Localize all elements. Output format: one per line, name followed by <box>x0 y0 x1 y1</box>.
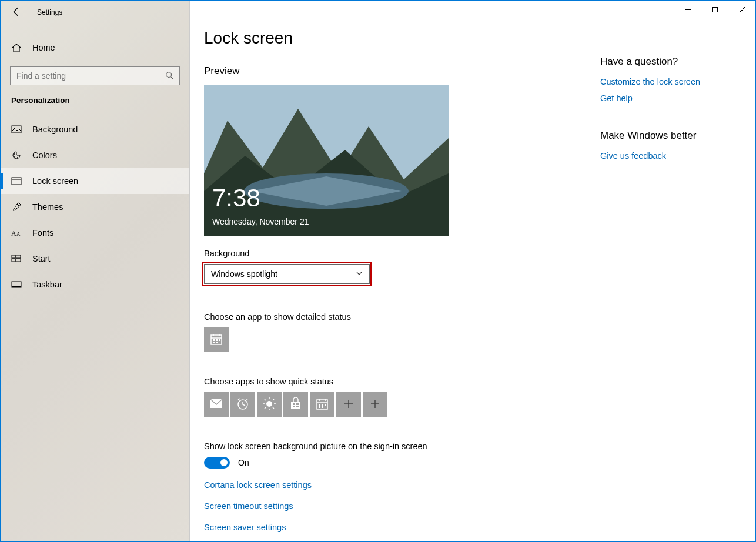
svg-text:A: A <box>11 229 16 237</box>
svg-rect-22 <box>219 339 220 341</box>
colors-icon <box>11 150 22 160</box>
svg-rect-42 <box>319 404 320 406</box>
svg-line-32 <box>265 399 266 400</box>
quick-status-tile-mail[interactable] <box>204 392 229 417</box>
cortana-link[interactable]: Cortana lock screen settings <box>204 480 586 490</box>
svg-point-2 <box>14 153 15 155</box>
chevron-down-icon <box>356 269 363 279</box>
home-icon <box>11 43 22 52</box>
back-icon[interactable] <box>11 6 22 19</box>
feedback-link[interactable]: Give us feedback <box>600 151 741 160</box>
svg-rect-46 <box>322 406 323 408</box>
svg-rect-11 <box>16 259 21 262</box>
calendar-icon <box>210 333 223 347</box>
svg-rect-40 <box>296 406 299 407</box>
svg-rect-43 <box>322 404 323 406</box>
svg-point-0 <box>166 72 172 77</box>
sidebar-item-colors[interactable]: Colors <box>1 142 189 168</box>
svg-line-33 <box>273 407 274 409</box>
window-title: Settings <box>37 8 62 16</box>
svg-rect-20 <box>213 339 215 341</box>
store-icon <box>289 397 302 412</box>
svg-line-34 <box>265 407 266 409</box>
svg-point-27 <box>266 401 272 407</box>
sidebar-item-start[interactable]: Start <box>1 246 189 272</box>
close-button[interactable] <box>728 1 755 18</box>
help-link-customize[interactable]: Customize the lock screen <box>600 77 741 86</box>
svg-rect-9 <box>16 255 21 258</box>
plus-icon <box>369 398 381 411</box>
svg-rect-13 <box>12 286 21 287</box>
weather-icon <box>262 397 276 413</box>
svg-rect-23 <box>213 342 215 343</box>
taskbar-icon <box>11 280 22 289</box>
svg-rect-8 <box>12 255 15 258</box>
svg-rect-37 <box>293 403 295 405</box>
detailed-status-label: Choose an app to show detailed status <box>204 312 586 322</box>
sidebar-item-label: Colors <box>32 150 57 160</box>
quick-status-tile-add-2[interactable] <box>363 392 387 417</box>
svg-rect-39 <box>293 406 295 407</box>
search-input[interactable] <box>10 66 180 85</box>
calendar-icon <box>316 397 329 412</box>
help-heading: Have a question? <box>600 56 741 68</box>
minimize-button[interactable] <box>674 1 701 18</box>
start-icon <box>11 254 22 263</box>
signin-bg-toggle[interactable] <box>204 457 230 469</box>
quick-status-tile-store[interactable] <box>283 392 308 417</box>
sidebar-item-taskbar[interactable]: Taskbar <box>1 272 189 297</box>
sidebar-item-themes[interactable]: Themes <box>1 194 189 220</box>
background-icon <box>11 125 22 134</box>
home-label: Home <box>32 43 55 52</box>
sidebar-item-background[interactable]: Background <box>1 116 189 142</box>
svg-rect-47 <box>712 7 717 12</box>
svg-rect-24 <box>216 342 218 343</box>
lock-screen-preview: 7:38 Wednesday, November 21 <box>204 85 449 236</box>
mail-icon <box>210 399 223 411</box>
svg-rect-44 <box>325 404 326 406</box>
sidebar-item-fonts[interactable]: AA Fonts <box>1 220 189 246</box>
preview-label: Preview <box>204 65 586 77</box>
quick-status-tile-weather[interactable] <box>257 392 282 417</box>
preview-date: Wednesday, November 21 <box>212 217 309 226</box>
themes-icon <box>11 202 22 212</box>
dropdown-value: Windows spotlight <box>211 269 277 279</box>
sidebar-item-lock-screen[interactable]: Lock screen <box>1 168 189 194</box>
quick-status-tile-add-1[interactable] <box>336 392 361 417</box>
sidebar-section-head: Personalization <box>1 96 189 105</box>
quick-status-tile-calendar[interactable] <box>310 392 334 417</box>
background-field-label: Background <box>204 249 586 258</box>
help-link-gethelp[interactable]: Get help <box>600 93 741 103</box>
toggle-state-label: On <box>238 458 249 467</box>
feedback-heading: Make Windows better <box>600 130 741 142</box>
svg-rect-5 <box>12 178 21 185</box>
plus-icon <box>343 398 354 411</box>
detailed-status-app-tile[interactable] <box>204 327 229 352</box>
svg-rect-36 <box>291 402 300 409</box>
svg-point-4 <box>17 157 18 158</box>
svg-point-3 <box>14 156 15 158</box>
maximize-button[interactable] <box>701 1 728 18</box>
search-field[interactable] <box>16 71 158 81</box>
search-icon <box>165 71 173 81</box>
quick-status-tile-alarm[interactable] <box>230 392 255 417</box>
sidebar-home[interactable]: Home <box>1 35 189 61</box>
signin-bg-label: Show lock screen background picture on t… <box>204 441 586 451</box>
fonts-icon: AA <box>11 228 22 237</box>
svg-rect-21 <box>216 339 218 341</box>
preview-time: 7:38 <box>212 184 260 212</box>
timeout-link[interactable]: Screen timeout settings <box>204 501 586 511</box>
background-dropdown[interactable]: Windows spotlight <box>204 264 370 284</box>
screensaver-link[interactable]: Screen saver settings <box>204 523 586 532</box>
quick-status-label: Choose apps to show quick status <box>204 377 586 386</box>
alarm-icon <box>236 397 249 412</box>
sidebar-item-label: Themes <box>32 202 63 212</box>
svg-rect-10 <box>12 259 15 262</box>
sidebar-item-label: Fonts <box>32 228 53 237</box>
sidebar-item-label: Lock screen <box>32 176 78 186</box>
sidebar-item-label: Taskbar <box>32 280 62 289</box>
svg-rect-45 <box>319 406 320 408</box>
svg-text:A: A <box>16 231 21 237</box>
page-title: Lock screen <box>204 29 586 48</box>
svg-rect-38 <box>296 403 299 405</box>
